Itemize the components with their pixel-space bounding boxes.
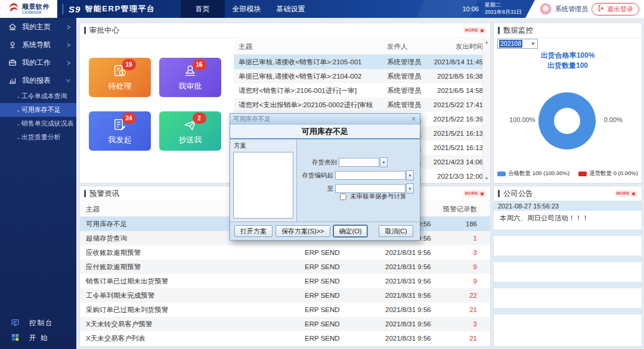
announcements-panel: 公司公告 MORE 2021-08-27 15:56:23本周六、周日公司活动！… [493,186,642,347]
approval-more-button[interactable]: MORE [463,27,487,34]
field-input-至[interactable] [335,184,405,193]
dialog-title: 可用库存不足 [233,115,271,123]
approval-table-header: 主题发件人发出时间 [234,39,488,55]
field-input-存货类别[interactable] [339,158,379,167]
alert-time: 2021/8/31 9:56 [385,335,440,342]
approval-row[interactable]: 请您对<销售订单>:2106-001进行[一审]系统管理员2021/6/5 14… [234,83,488,98]
approval-card[interactable]: 24我发起 [89,111,151,151]
company-logo: 顺景软件 Centersoft [0,0,57,18]
topbar-decoration [417,0,478,18]
approval-scrollbar[interactable]: ▲ ▼ [482,39,490,182]
alert-subject: 应收账款逾期预警 [80,248,305,257]
alert-row[interactable]: 应收账款逾期预警ERP SEND2021/8/31 9:563 [80,245,490,260]
sidebar-footer-item[interactable]: 开 始 [0,331,76,345]
alert-sender: ERP SEND [305,320,385,328]
user-area: 系统管理员 退出登录 [525,0,644,18]
sidebar-footer-item[interactable]: 控制台 [0,316,76,331]
cancel-button[interactable]: 取消(C) [379,225,413,237]
approval-panel-head: 审批中心 MORE [80,23,490,38]
sidebar-subitem[interactable]: 出货质量分析 [0,130,76,144]
legend-label: 合格数量 100 (100.00%) [508,170,569,177]
approval-time: 2021/5/22 17:41 [425,101,488,108]
alert-row[interactable]: X天未转交易客户预警ERP SEND2021/8/31 9:563 [80,317,490,331]
title-bar-mark [498,27,500,34]
approval-row[interactable]: 单据已审核,请接收<销售订单>:2105-001系统管理员2021/8/14 1… [234,55,488,69]
legend-item[interactable]: 合格数量 100 (100.00%) [497,170,569,177]
more-icon [480,192,484,196]
close-icon[interactable]: × [410,116,417,123]
announcement-time[interactable]: 2021-08-27 15:56:23 [494,201,642,211]
app-title: 智能ERP管理平台 [85,4,155,14]
nav-item[interactable]: 基础设置 [269,0,313,18]
sidebar-subitem[interactable]: 工令单成本查询 [0,89,76,103]
nav-item[interactable]: 首页 [181,0,225,18]
open-scheme-button[interactable]: 打开方案 [234,225,273,237]
approval-card-label: 抄送我 [179,135,202,145]
sidebar-subitem[interactable]: 可用库存不足 [0,103,76,117]
ok-button[interactable]: 确定(O) [333,225,368,237]
alert-row[interactable]: 应付账款逾期预警ERP SEND2021/8/31 9:569 [80,260,490,274]
approval-cards: 19待处理16我审批24我发起2抄送我 [89,58,221,151]
top-nav: 首页全部模块基础设置 [181,0,313,18]
approval-card[interactable]: 19待处理 [89,58,151,97]
sidebar-item[interactable]: 我的主页> [0,18,76,36]
sidebar-item[interactable]: 系统导航> [0,36,76,54]
approval-time: 2021/8/14 11:45 [425,58,488,66]
approval-subject: 单据已审核,请接收<销售订单>:2104-002 [234,72,373,81]
start-icon [11,333,20,343]
select-chevron-icon: ▼ [531,41,537,46]
alert-row[interactable]: X天未交易客户列表ERP SEND2021/8/31 9:5621 [80,331,490,345]
period-select[interactable]: 202108 ▼ [497,39,538,49]
approval-row[interactable]: 单据已审核,请接收<销售订单>:2104-002系统管理员2021/8/5 16… [234,69,488,83]
announcements-more-button[interactable]: MORE [615,190,638,197]
approval-card[interactable]: 2抄送我 [159,111,221,151]
legend-label: 退货数量 0 (0.00%) [589,170,638,177]
field-input-存货编码起[interactable] [335,171,405,180]
sidebar-item[interactable]: 我的工作> [0,54,76,71]
dropdown-arrow-icon[interactable]: ▼ [380,157,388,167]
alert-count: 9 [440,278,477,285]
alert-row[interactable]: 采购订单已过期未到货预警ERP SEND2021/8/31 9:5621 [80,303,490,317]
field-label: 存货类别 [312,158,337,167]
sidebar-subitem[interactable]: 销售单完成状况表 [0,117,76,130]
approval-time: 2021/5/21 16:13 [425,130,488,137]
dropdown-arrow-icon[interactable]: ▼ [406,183,414,194]
briefcase-icon [8,58,17,67]
ship-qty-text: 出货数量100 [494,61,642,71]
approval-time: 2021/5/21 16:13 [425,144,488,151]
alerts-more-button[interactable]: MORE [463,190,487,197]
dropdown-arrow-icon[interactable]: ▼ [406,170,414,180]
count-badge: 2 [193,113,206,124]
title-bar-mark [84,27,86,34]
legend-item[interactable]: 退货数量 0 (0.00%) [578,170,638,177]
sidebar-item[interactable]: 我的报表> [0,71,76,89]
home-icon [8,23,17,32]
alert-row[interactable]: 工令单到期未完成预警ERP SEND2021/8/31 9:5622 [80,288,490,303]
approval-row[interactable]: 请您对<支出报销单>:202105-0002进行[审核]系统管理员2021/5/… [234,98,488,112]
announcement-text[interactable]: 本周六、周日公司活动！！！ [494,211,642,228]
user-name: 系统管理员 [555,5,588,14]
dialog-title-bar[interactable]: 可用库存不足 × [230,114,420,124]
alert-count: 22 [440,292,477,299]
scheme-listbox[interactable] [233,152,293,219]
alert-row[interactable]: 销售订单已过期未出货预警ERP SEND2021/8/31 9:569 [80,274,490,288]
scroll-up-icon[interactable]: ▲ [485,40,489,44]
report-icon [8,76,17,85]
approval-card[interactable]: 16我审批 [159,58,221,97]
clock-fulldate: 2021年8月31日 [485,9,522,15]
column-header: 发出时间 [425,42,488,51]
unaudited-checkbox[interactable] [340,194,346,200]
dialog-field-row: 存货类别▼ [312,157,388,167]
save-scheme-button[interactable]: 保存方案(S)>> [275,225,330,237]
nav-item[interactable]: 全部模块 [225,0,269,18]
unaudited-checkbox-label: 未审核单据参与计算 [350,192,407,201]
scroll-down-icon[interactable]: ▼ [485,176,489,180]
sidebar-item-label: 我的报表 [22,76,51,86]
more-icon [631,192,636,196]
avatar[interactable] [540,3,552,15]
logout-button[interactable]: 退出登录 [592,3,639,15]
clock-weekday: 星期二 [485,2,501,8]
monitor-panel-title: 数据监控 [503,26,533,36]
sidebar-footer-label: 控制台 [29,319,54,328]
sidebar-footer-label: 开 始 [29,334,48,342]
